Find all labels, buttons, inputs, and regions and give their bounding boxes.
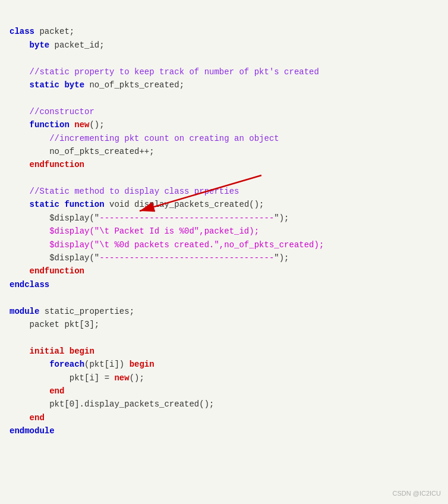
code-line: //incrementing pkt count on creating an … — [10, 132, 438, 145]
code-line: //static property to keep track of numbe… — [10, 65, 438, 78]
code-line: static function void display_packets_cre… — [10, 198, 438, 211]
code-line: pkt[0].display_packets_created(); — [10, 398, 438, 411]
code-line: //Static method to display class prperti… — [10, 185, 438, 198]
code-line: endmodule — [10, 424, 438, 437]
code-line — [10, 291, 438, 304]
code-line: endfunction — [10, 264, 438, 278]
code-line: $display("\t %0d packets created.",no_of… — [10, 238, 438, 251]
code-line: $display("------------------------------… — [10, 212, 438, 225]
code-line: end — [10, 385, 438, 398]
code-line: end — [10, 411, 438, 424]
code-line: foreach(pkt[i]) begin — [10, 358, 438, 371]
code-line: pkt[i] = new(); — [10, 371, 438, 385]
code-line: static byte no_of_pkts_created; — [10, 78, 438, 92]
code-line: module static_properties; — [10, 305, 438, 318]
code-line: function new(); — [10, 118, 438, 131]
code-line — [10, 331, 438, 344]
code-line — [10, 92, 438, 105]
code-line: $display("------------------------------… — [10, 251, 438, 264]
code-line — [10, 52, 438, 65]
code-line: byte packet_id; — [10, 39, 438, 52]
code-line: endfunction — [10, 158, 438, 171]
code-block: class packet; byte packet_id; //static p… — [10, 12, 438, 438]
code-line: no_of_pkts_created++; — [10, 145, 438, 158]
code-line: endclass — [10, 278, 438, 291]
code-line: //constructor — [10, 105, 438, 118]
watermark: CSDN @IC2ICU — [393, 489, 441, 499]
code-line: $display("\t Packet Id is %0d",packet_id… — [10, 225, 438, 238]
code-line: initial begin — [10, 345, 438, 358]
code-line: class packet; — [10, 25, 438, 38]
code-line — [10, 172, 438, 185]
code-line: packet pkt[3]; — [10, 318, 438, 331]
